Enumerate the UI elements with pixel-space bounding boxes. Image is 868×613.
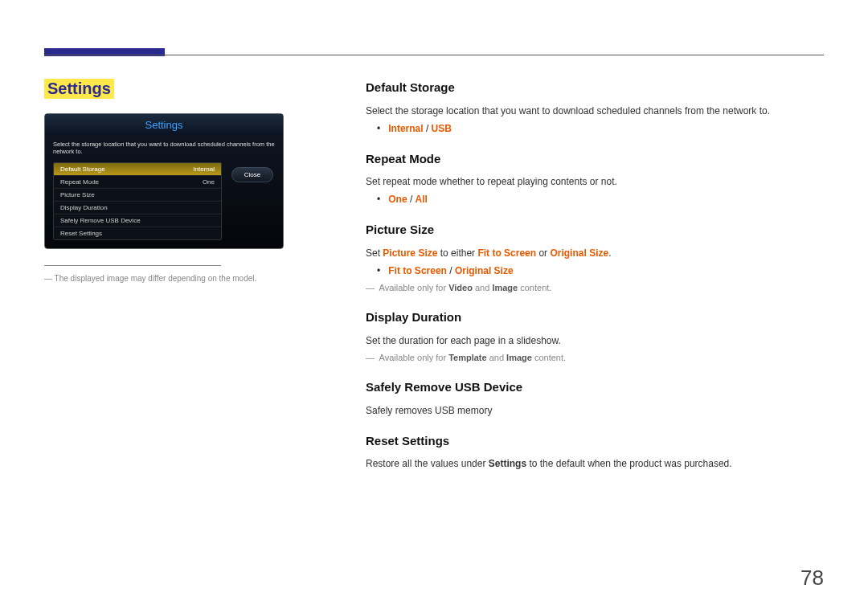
opt-internal: Internal xyxy=(388,123,423,134)
desc-safely-remove: Safely removes USB memory xyxy=(366,403,824,418)
txt-b: Video xyxy=(448,283,473,292)
txt: and xyxy=(487,353,506,362)
osd-row-label: Safely Remove USB Device xyxy=(60,217,141,224)
section-safely-remove: Safely Remove USB Device Safely removes … xyxy=(366,378,824,418)
opt-usb: USB xyxy=(432,123,452,134)
section-reset-settings: Reset Settings Restore all the values un… xyxy=(366,432,824,472)
txt-b: Original Size xyxy=(550,247,608,259)
heading-reset-settings: Reset Settings xyxy=(366,432,824,451)
desc-reset-settings: Restore all the values under Settings to… xyxy=(366,456,824,471)
note-display-duration: Available only for Template and Image co… xyxy=(366,351,824,365)
osd-close-button[interactable]: Close xyxy=(231,167,273,182)
section-default-storage: Default Storage Select the storage locat… xyxy=(366,79,824,136)
osd-row-picture-size[interactable]: Picture Size xyxy=(54,189,221,202)
page-number: 78 xyxy=(800,566,824,591)
txt: Available only for xyxy=(379,283,449,292)
osd-row-default-storage[interactable]: Default Storage Internal xyxy=(54,163,221,176)
osd-row-safely-remove[interactable]: Safely Remove USB Device xyxy=(54,215,221,227)
section-picture-size: Picture Size Set Picture Size to either … xyxy=(366,221,824,294)
opt-all: All xyxy=(416,194,428,205)
heading-picture-size: Picture Size xyxy=(366,221,824,239)
note-picture-size: Available only for Video and Image conte… xyxy=(366,281,824,295)
osd-row-label: Repeat Mode xyxy=(60,178,99,186)
osd-row-label: Reset Settings xyxy=(60,230,102,237)
section-display-duration: Display Duration Set the duration for ea… xyxy=(366,309,824,364)
desc-default-storage: Select the storage location that you wan… xyxy=(366,104,824,118)
desc-repeat-mode: Set repeat mode whether to repeat playin… xyxy=(366,174,824,189)
osd-title: Settings xyxy=(45,114,283,136)
osd-screenshot: Settings Select the storage location tha… xyxy=(44,113,284,249)
txt-b: Fit to Screen xyxy=(477,247,536,259)
txt-b: Template xyxy=(448,353,486,362)
txt-b: Image xyxy=(492,283,518,292)
osd-row-value: One xyxy=(203,178,215,186)
desc-display-duration: Set the duration for each page in a slid… xyxy=(366,333,824,348)
model-footnote: The displayed image may differ depending… xyxy=(44,274,334,283)
osd-row-label: Display Duration xyxy=(60,204,108,211)
txt: Set xyxy=(366,247,383,259)
osd-description: Select the storage location that you wan… xyxy=(45,136,283,162)
txt: Restore all the values under xyxy=(366,458,489,469)
txt-b: Picture Size xyxy=(383,247,437,259)
opt-fit: Fit to Screen xyxy=(388,265,447,276)
section-title-settings: Settings xyxy=(44,79,114,99)
txt: to the default when the product was purc… xyxy=(526,458,732,469)
txt: or xyxy=(536,247,550,259)
txt-b: Image xyxy=(506,353,532,362)
osd-row-reset-settings[interactable]: Reset Settings xyxy=(54,227,221,239)
opt-one: One xyxy=(388,194,407,205)
left-divider xyxy=(44,265,221,266)
options-repeat-mode: One / All xyxy=(377,192,824,206)
options-default-storage: Internal / USB xyxy=(377,121,824,136)
txt: content. xyxy=(518,283,551,292)
txt: to either xyxy=(437,247,477,259)
osd-row-value: Internal xyxy=(193,166,215,173)
opt-original: Original Size xyxy=(455,265,514,276)
osd-row-label: Default Storage xyxy=(60,166,105,173)
heading-display-duration: Display Duration xyxy=(366,309,824,327)
options-picture-size: Fit to Screen / Original Size xyxy=(377,264,824,278)
heading-default-storage: Default Storage xyxy=(366,79,824,97)
heading-safely-remove: Safely Remove USB Device xyxy=(366,378,824,397)
section-repeat-mode: Repeat Mode Set repeat mode whether to r… xyxy=(366,150,824,207)
desc-picture-size: Set Picture Size to either Fit to Screen… xyxy=(366,246,824,260)
osd-row-label: Picture Size xyxy=(60,191,95,198)
txt: content. xyxy=(532,353,566,362)
osd-row-display-duration[interactable]: Display Duration xyxy=(54,202,221,215)
txt: . xyxy=(608,247,611,259)
top-rule xyxy=(44,55,824,55)
txt-b: Settings xyxy=(489,458,526,469)
txt: and xyxy=(473,283,492,292)
osd-row-repeat-mode[interactable]: Repeat Mode One xyxy=(54,176,221,189)
heading-repeat-mode: Repeat Mode xyxy=(366,150,824,169)
txt: Available only for xyxy=(379,353,449,362)
osd-menu-list: Default Storage Internal Repeat Mode One… xyxy=(53,162,222,240)
